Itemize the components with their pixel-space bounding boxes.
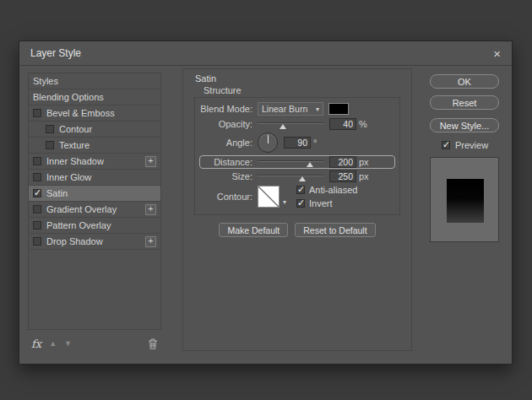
reset-to-default-button[interactable]: Reset to Default [295, 223, 375, 237]
checkbox[interactable] [46, 125, 54, 133]
slider-track [258, 122, 323, 124]
reset-button[interactable]: Reset [430, 95, 499, 110]
sidebar-item-label: Texture [59, 140, 90, 150]
checkbox[interactable] [46, 141, 54, 149]
preview-checkbox[interactable] [442, 141, 450, 149]
anti-aliased-option[interactable]: Anti-aliased [296, 185, 357, 195]
checkbox[interactable] [33, 109, 41, 117]
sidebar-item-styles[interactable]: Styles [29, 73, 160, 89]
distance-value-input[interactable] [329, 156, 356, 168]
add-effect-icon[interactable]: + [145, 156, 156, 167]
slider-thumb[interactable] [280, 124, 286, 129]
angle-dial[interactable] [258, 132, 278, 153]
default-buttons: Make Default Reset to Default [183, 223, 411, 237]
new-style-button[interactable]: New Style... [430, 118, 499, 132]
size-unit: px [359, 171, 369, 181]
angle-value-input[interactable] [284, 137, 311, 149]
checkbox[interactable] [33, 189, 41, 197]
opacity-value-input[interactable] [329, 118, 356, 130]
sidebar-item-pattern-overlay[interactable]: Pattern Overlay [29, 218, 160, 234]
distance-label: Distance: [200, 157, 252, 167]
sidebar-item-label: Styles [33, 76, 58, 86]
satin-panel: Satin Structure Blend Mode: Linear Burn … [182, 68, 412, 351]
effect-preview-thumbnail [430, 157, 499, 242]
contour-options: Anti-aliased Invert [296, 185, 357, 208]
add-effect-icon[interactable]: + [145, 204, 156, 215]
invert-checkbox[interactable] [296, 199, 305, 208]
sidebar-item-contour[interactable]: Contour [29, 122, 160, 138]
blend-color-swatch[interactable] [328, 103, 349, 115]
anti-aliased-checkbox[interactable] [296, 186, 305, 194]
make-default-button[interactable]: Make Default [219, 223, 288, 237]
blend-mode-select[interactable]: Linear Burn ▾ [258, 102, 323, 116]
panel-title: Satin [195, 73, 216, 84]
sidebar-item-label: Inner Glow [46, 172, 91, 182]
dialog-actions: OK Reset New Style... Preview [430, 74, 499, 242]
checkbox[interactable] [33, 157, 41, 165]
dialog-title: Layer Style [30, 47, 81, 59]
sidebar-item-blending-options[interactable]: Blending Options [29, 89, 160, 105]
size-label: Size: [200, 171, 252, 181]
layer-style-dialog: Layer Style × Styles Blending Options Be… [19, 41, 513, 365]
size-value-input[interactable] [329, 170, 356, 182]
slider-thumb[interactable] [299, 176, 306, 181]
sidebar-item-label: Pattern Overlay [46, 220, 111, 230]
contour-row: Contour: ▾ Anti-aliased Invert [200, 185, 394, 208]
angle-needle [268, 135, 269, 143]
blend-mode-value: Linear Burn [262, 104, 307, 114]
sidebar-item-inner-shadow[interactable]: Inner Shadow + [29, 154, 160, 170]
sidebar-item-inner-glow[interactable]: Inner Glow [29, 170, 160, 186]
checkbox[interactable] [33, 173, 41, 181]
opacity-slider[interactable] [258, 119, 323, 130]
ok-button[interactable]: OK [430, 74, 499, 89]
sidebar-item-label: Inner Shadow [46, 156, 104, 166]
satin-preview-swatch [447, 179, 484, 223]
checkbox[interactable] [33, 237, 41, 246]
sidebar-item-drop-shadow[interactable]: Drop Shadow + [29, 234, 160, 250]
sidebar-item-satin[interactable]: Satin [29, 186, 160, 202]
chevron-down-icon: ▾ [316, 105, 319, 113]
sidebar-footer: fx ▲ ▼ [28, 336, 161, 351]
anti-aliased-label: Anti-aliased [309, 185, 357, 195]
move-down-icon[interactable]: ▼ [64, 339, 72, 348]
opacity-row: Opacity: % [200, 118, 394, 130]
blend-mode-row: Blend Mode: Linear Burn ▾ [200, 102, 394, 116]
sidebar-item-label: Satin [46, 188, 68, 198]
sidebar-item-label: Drop Shadow [46, 236, 103, 246]
invert-option[interactable]: Invert [296, 198, 357, 208]
checkbox[interactable] [33, 221, 41, 230]
contour-label: Contour: [200, 192, 252, 202]
sidebar-item-label: Contour [59, 124, 92, 134]
structure-group-title: Structure [204, 85, 242, 95]
close-icon[interactable]: × [493, 47, 501, 60]
checkbox[interactable] [33, 205, 41, 214]
slider-thumb[interactable] [307, 162, 313, 167]
structure-group: Blend Mode: Linear Burn ▾ Opacity: % Ang… [194, 97, 400, 215]
contour-chevron-icon[interactable]: ▾ [280, 186, 290, 208]
styles-list: Styles Blending Options Bevel & Emboss C… [28, 73, 161, 330]
sidebar-item-texture[interactable]: Texture [29, 138, 160, 154]
slider-track [258, 160, 323, 162]
move-up-icon[interactable]: ▲ [49, 339, 57, 348]
delete-effect-icon[interactable] [148, 338, 158, 349]
invert-label: Invert [309, 198, 333, 208]
add-effect-icon[interactable]: + [145, 236, 156, 247]
sidebar-item-label: Bevel & Emboss [46, 108, 115, 118]
contour-picker[interactable] [258, 186, 280, 208]
distance-unit: px [359, 157, 369, 167]
sidebar-item-gradient-overlay[interactable]: Gradient Overlay + [29, 202, 160, 218]
preview-option[interactable]: Preview [430, 140, 499, 150]
angle-label: Angle: [200, 138, 252, 148]
opacity-unit: % [359, 119, 367, 129]
size-slider[interactable] [258, 171, 323, 182]
sidebar-item-label: Gradient Overlay [46, 204, 117, 214]
fx-icon[interactable]: fx [31, 338, 41, 350]
sidebar-item-bevel-emboss[interactable]: Bevel & Emboss [29, 105, 160, 122]
blend-mode-label: Blend Mode: [200, 104, 252, 114]
size-row: Size: px [200, 170, 394, 182]
distance-slider[interactable] [258, 157, 323, 168]
distance-row: Distance: px [200, 156, 394, 168]
dialog-titlebar[interactable]: Layer Style × [19, 41, 512, 66]
slider-track [258, 175, 323, 176]
opacity-label: Opacity: [200, 119, 252, 129]
